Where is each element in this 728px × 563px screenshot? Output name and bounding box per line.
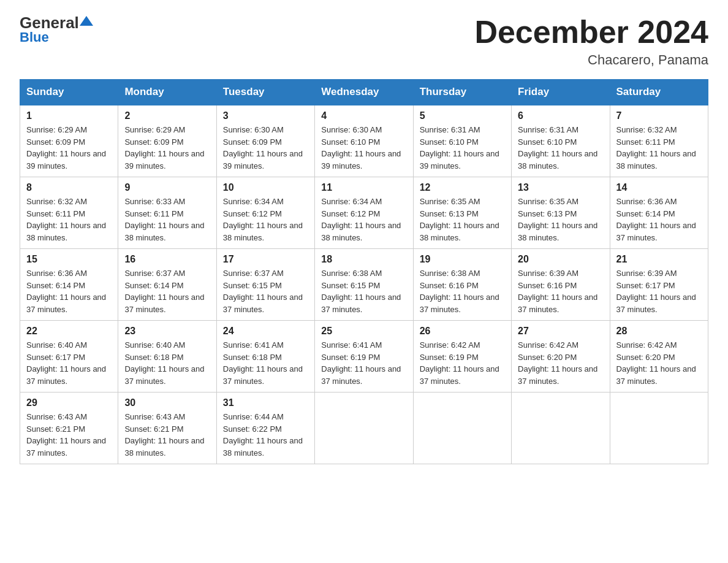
calendar-cell: 13 Sunrise: 6:35 AMSunset: 6:13 PMDaylig… (512, 177, 610, 249)
weekday-header-saturday: Saturday (610, 80, 708, 105)
calendar-cell: 17 Sunrise: 6:37 AMSunset: 6:15 PMDaylig… (216, 249, 314, 321)
day-number: 13 (518, 182, 603, 193)
day-info: Sunrise: 6:31 AMSunset: 6:10 PMDaylight:… (420, 124, 505, 172)
calendar-week-row: 22 Sunrise: 6:40 AMSunset: 6:17 PMDaylig… (20, 321, 708, 393)
calendar-cell: 29 Sunrise: 6:43 AMSunset: 6:21 PMDaylig… (20, 393, 118, 464)
calendar-cell: 6 Sunrise: 6:31 AMSunset: 6:10 PMDayligh… (512, 105, 610, 177)
day-number: 14 (616, 182, 702, 193)
day-number: 16 (124, 254, 210, 265)
logo-blue: Blue (20, 29, 49, 45)
day-number: 30 (124, 397, 210, 408)
calendar-cell: 21 Sunrise: 6:39 AMSunset: 6:17 PMDaylig… (610, 249, 708, 321)
calendar-cell: 1 Sunrise: 6:29 AMSunset: 6:09 PMDayligh… (20, 105, 118, 177)
calendar-cell: 19 Sunrise: 6:38 AMSunset: 6:16 PMDaylig… (413, 249, 511, 321)
day-number: 25 (321, 326, 406, 337)
day-number: 4 (321, 110, 406, 121)
day-info: Sunrise: 6:29 AMSunset: 6:09 PMDaylight:… (124, 124, 210, 172)
day-info: Sunrise: 6:35 AMSunset: 6:13 PMDaylight:… (420, 196, 505, 243)
calendar-cell: 24 Sunrise: 6:41 AMSunset: 6:18 PMDaylig… (216, 321, 314, 393)
day-number: 28 (616, 326, 702, 337)
day-info: Sunrise: 6:32 AMSunset: 6:11 PMDaylight:… (26, 196, 112, 243)
svg-marker-0 (80, 16, 93, 26)
day-number: 19 (420, 254, 505, 265)
day-info: Sunrise: 6:34 AMSunset: 6:12 PMDaylight:… (321, 196, 406, 243)
weekday-header-wednesday: Wednesday (315, 80, 413, 105)
calendar-cell (413, 393, 511, 464)
day-info: Sunrise: 6:42 AMSunset: 6:20 PMDaylight:… (518, 339, 603, 387)
day-number: 26 (420, 326, 505, 337)
calendar-cell: 4 Sunrise: 6:30 AMSunset: 6:10 PMDayligh… (315, 105, 413, 177)
day-info: Sunrise: 6:35 AMSunset: 6:13 PMDaylight:… (518, 196, 603, 243)
day-info: Sunrise: 6:36 AMSunset: 6:14 PMDaylight:… (616, 196, 702, 243)
location: Chacarero, Panama (474, 52, 708, 68)
day-info: Sunrise: 6:39 AMSunset: 6:16 PMDaylight:… (518, 267, 603, 315)
day-info: Sunrise: 6:30 AMSunset: 6:09 PMDaylight:… (223, 124, 308, 172)
day-info: Sunrise: 6:29 AMSunset: 6:09 PMDaylight:… (26, 124, 112, 172)
calendar-cell: 30 Sunrise: 6:43 AMSunset: 6:21 PMDaylig… (118, 393, 216, 464)
month-title: December 2024 (474, 15, 708, 50)
day-number: 17 (223, 254, 308, 265)
day-number: 12 (420, 182, 505, 193)
day-number: 29 (26, 397, 112, 408)
weekday-header-friday: Friday (512, 80, 610, 105)
day-info: Sunrise: 6:44 AMSunset: 6:22 PMDaylight:… (223, 411, 308, 459)
day-info: Sunrise: 6:32 AMSunset: 6:11 PMDaylight:… (616, 124, 702, 172)
day-number: 1 (26, 110, 112, 121)
day-info: Sunrise: 6:39 AMSunset: 6:17 PMDaylight:… (616, 267, 702, 315)
logo-general: General (20, 15, 79, 31)
day-info: Sunrise: 6:36 AMSunset: 6:14 PMDaylight:… (26, 267, 112, 315)
weekday-header-thursday: Thursday (413, 80, 511, 105)
day-number: 27 (518, 326, 603, 337)
day-number: 7 (616, 110, 702, 121)
calendar-cell: 31 Sunrise: 6:44 AMSunset: 6:22 PMDaylig… (216, 393, 314, 464)
day-number: 18 (321, 254, 406, 265)
calendar-week-row: 8 Sunrise: 6:32 AMSunset: 6:11 PMDayligh… (20, 177, 708, 249)
day-info: Sunrise: 6:37 AMSunset: 6:15 PMDaylight:… (223, 267, 308, 315)
day-info: Sunrise: 6:33 AMSunset: 6:11 PMDaylight:… (124, 196, 210, 243)
calendar-table: SundayMondayTuesdayWednesdayThursdayFrid… (20, 79, 708, 464)
weekday-header-sunday: Sunday (20, 80, 118, 105)
calendar-cell: 5 Sunrise: 6:31 AMSunset: 6:10 PMDayligh… (413, 105, 511, 177)
day-info: Sunrise: 6:38 AMSunset: 6:16 PMDaylight:… (420, 267, 505, 315)
calendar-cell: 26 Sunrise: 6:42 AMSunset: 6:19 PMDaylig… (413, 321, 511, 393)
day-number: 8 (26, 182, 112, 193)
title-area: December 2024 Chacarero, Panama (474, 15, 708, 68)
calendar-cell: 11 Sunrise: 6:34 AMSunset: 6:12 PMDaylig… (315, 177, 413, 249)
calendar-cell: 9 Sunrise: 6:33 AMSunset: 6:11 PMDayligh… (118, 177, 216, 249)
day-info: Sunrise: 6:41 AMSunset: 6:19 PMDaylight:… (321, 339, 406, 387)
day-number: 5 (420, 110, 505, 121)
calendar-cell (512, 393, 610, 464)
day-info: Sunrise: 6:37 AMSunset: 6:14 PMDaylight:… (124, 267, 210, 315)
day-number: 6 (518, 110, 603, 121)
calendar-cell: 14 Sunrise: 6:36 AMSunset: 6:14 PMDaylig… (610, 177, 708, 249)
logo: General Blue (20, 15, 93, 45)
day-info: Sunrise: 6:42 AMSunset: 6:19 PMDaylight:… (420, 339, 505, 387)
calendar-cell: 10 Sunrise: 6:34 AMSunset: 6:12 PMDaylig… (216, 177, 314, 249)
calendar-cell: 7 Sunrise: 6:32 AMSunset: 6:11 PMDayligh… (610, 105, 708, 177)
day-number: 10 (223, 182, 308, 193)
calendar-week-row: 1 Sunrise: 6:29 AMSunset: 6:09 PMDayligh… (20, 105, 708, 177)
day-info: Sunrise: 6:30 AMSunset: 6:10 PMDaylight:… (321, 124, 406, 172)
day-number: 9 (124, 182, 210, 193)
day-number: 31 (223, 397, 308, 408)
day-number: 24 (223, 326, 308, 337)
day-info: Sunrise: 6:43 AMSunset: 6:21 PMDaylight:… (26, 411, 112, 459)
calendar-cell: 25 Sunrise: 6:41 AMSunset: 6:19 PMDaylig… (315, 321, 413, 393)
calendar-week-row: 15 Sunrise: 6:36 AMSunset: 6:14 PMDaylig… (20, 249, 708, 321)
day-number: 22 (26, 326, 112, 337)
calendar-cell: 15 Sunrise: 6:36 AMSunset: 6:14 PMDaylig… (20, 249, 118, 321)
calendar-week-row: 29 Sunrise: 6:43 AMSunset: 6:21 PMDaylig… (20, 393, 708, 464)
day-number: 15 (26, 254, 112, 265)
day-number: 23 (124, 326, 210, 337)
logo-icon (80, 15, 93, 28)
day-info: Sunrise: 6:40 AMSunset: 6:18 PMDaylight:… (124, 339, 210, 387)
calendar-cell (610, 393, 708, 464)
day-info: Sunrise: 6:40 AMSunset: 6:17 PMDaylight:… (26, 339, 112, 387)
weekday-header-row: SundayMondayTuesdayWednesdayThursdayFrid… (20, 80, 708, 105)
calendar-cell: 3 Sunrise: 6:30 AMSunset: 6:09 PMDayligh… (216, 105, 314, 177)
weekday-header-tuesday: Tuesday (216, 80, 314, 105)
day-info: Sunrise: 6:43 AMSunset: 6:21 PMDaylight:… (124, 411, 210, 459)
day-info: Sunrise: 6:41 AMSunset: 6:18 PMDaylight:… (223, 339, 308, 387)
page-header: General Blue December 2024 Chacarero, Pa… (20, 15, 708, 68)
calendar-cell: 16 Sunrise: 6:37 AMSunset: 6:14 PMDaylig… (118, 249, 216, 321)
